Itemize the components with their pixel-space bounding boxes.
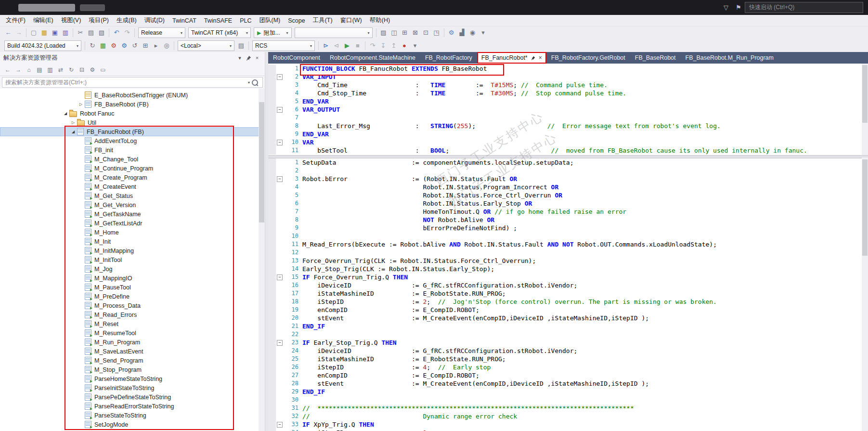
tree-item-m-run-program[interactable]: M_Run_Program: [0, 338, 265, 347]
new-project-icon[interactable]: ▢: [28, 28, 39, 38]
find-in-files-icon[interactable]: ▨: [378, 28, 389, 38]
quick-launch-input[interactable]: 快速启动 (Ctrl+Q): [745, 2, 863, 13]
code-text[interactable]: iDeviceID := G_fRC.stfRCConfiguration.st…: [302, 281, 868, 289]
code-text[interactable]: IF Force_Overrun_Trig.Q THEN: [302, 273, 868, 281]
forward-icon[interactable]: →: [13, 65, 23, 75]
code-text[interactable]: IF XpYp_Trig.Q THEN: [302, 420, 868, 429]
tree-item-parsereaderrorstatetostring[interactable]: ParseReadErrorStateToString: [0, 402, 265, 411]
tree-item-m-inittool[interactable]: M_InitTool: [0, 255, 265, 264]
tree-item-m-get-status[interactable]: M_Get_Status: [0, 191, 265, 200]
code-text[interactable]: // Dynamic range error check: [302, 412, 868, 420]
tree-item-m-home[interactable]: M_Home: [0, 228, 265, 237]
pin-icon[interactable]: [531, 56, 535, 60]
breakpoint-margin[interactable]: [268, 105, 276, 114]
code-text[interactable]: NOT Robot.bAlive OR: [302, 216, 868, 224]
breakpoint-margin[interactable]: [268, 167, 276, 175]
tab-fb-robotfactory-getrobot[interactable]: FB_RobotFactory.GetRobot: [546, 52, 630, 64]
code-text[interactable]: iStepID := 1;: [302, 429, 868, 431]
collapse-all-icon[interactable]: ⊟: [77, 65, 87, 75]
breakpoint-icon[interactable]: ●: [399, 41, 410, 51]
chart-icon[interactable]: ▟: [457, 28, 467, 38]
tree-item-robot-fanuc[interactable]: ◢Robot Fanuc: [0, 109, 265, 118]
options-icon[interactable]: ⚙: [446, 28, 457, 38]
breakpoint-margin[interactable]: [268, 199, 276, 208]
breakpoint-margin[interactable]: [268, 289, 276, 298]
code-text[interactable]: Robot.bError := (Robot.IN.Status.Fault O…: [302, 175, 868, 183]
target-browser-icon[interactable]: ▤: [236, 41, 246, 51]
tree-item-m-get-version[interactable]: M_Get_Version: [0, 200, 265, 209]
editor-split-bar[interactable]: [268, 155, 868, 158]
tree-item-m-gettaskname[interactable]: M_GetTaskName: [0, 209, 265, 219]
code-text[interactable]: HomeTonTimout.Q OR // if go home failed …: [302, 208, 868, 216]
tab-fb-robotfactory[interactable]: FB_RobotFactory: [420, 52, 477, 64]
breakpoint-margin[interactable]: [268, 306, 276, 314]
code-text[interactable]: END_VAR: [302, 97, 868, 105]
code-text[interactable]: IF Early_Stop_Trig.Q THEN: [302, 339, 868, 347]
implementation-pane[interactable]: 1SetupData := componentArguments.localSe…: [268, 157, 868, 431]
menu-edit[interactable]: 编辑(E): [29, 15, 57, 26]
attach-button[interactable]: ▶附加...▾: [254, 27, 292, 38]
tab-robotcomponent-statemachine[interactable]: RobotComponent.StateMachine: [325, 52, 420, 64]
build-version-combo[interactable]: Build 4024.32 (Loaded▾: [4, 40, 81, 51]
window-position-icon[interactable]: ▾: [235, 54, 244, 62]
code-text[interactable]: enCompID := E_CompID.ROBOT;: [302, 371, 868, 379]
menu-twincat[interactable]: TwinCAT: [168, 16, 200, 25]
code-text[interactable]: iStateMashineID := E_RobotState.RUN_PROG…: [302, 355, 868, 363]
immediate-window-icon[interactable]: ⊡: [421, 28, 431, 38]
nav-back-icon[interactable]: ←: [3, 28, 13, 38]
error-list-icon[interactable]: ⊠: [410, 28, 421, 38]
menu-window[interactable]: 窗口(W): [337, 15, 366, 26]
config-mode-icon[interactable]: ⚙: [119, 41, 130, 51]
feedback-icon[interactable]: ⚑: [732, 3, 745, 13]
breakpoint-margin[interactable]: [268, 183, 276, 191]
tree-item-setjogmode[interactable]: SetJogMode: [0, 420, 265, 429]
close-icon[interactable]: ×: [539, 54, 542, 61]
menu-debug[interactable]: 调试(D): [141, 15, 168, 26]
tree-item-parsestatetostring[interactable]: ParseStateToString: [0, 411, 265, 420]
team-explorer-icon[interactable]: ⊞: [400, 28, 410, 38]
collapse-arrow-icon[interactable]: ◢: [62, 111, 69, 116]
menu-view[interactable]: 视图(V): [57, 15, 85, 26]
refresh-icon[interactable]: ↻: [66, 65, 76, 75]
reload-devices-icon[interactable]: ↺: [130, 41, 140, 51]
expand-arrow-icon[interactable]: ▷: [69, 120, 77, 125]
breakpoint-margin[interactable]: [268, 265, 276, 273]
nav-forward-icon[interactable]: →: [13, 28, 24, 38]
fold-toggle-icon[interactable]: −: [277, 340, 283, 346]
search-input[interactable]: [2, 79, 248, 86]
tree-item-m-predefine[interactable]: M_PreDefine: [0, 292, 265, 301]
tree-item-util[interactable]: ▷Util: [0, 118, 265, 127]
code-text[interactable]: [302, 232, 868, 240]
tab-fb-fanucrobot[interactable]: FB_FanucRobot*×: [477, 52, 546, 64]
back-icon[interactable]: ←: [3, 65, 13, 75]
preview-selected-icon[interactable]: ▭: [98, 65, 108, 75]
menu-plc[interactable]: PLC: [236, 16, 255, 25]
breakpoint-margin[interactable]: [268, 232, 276, 240]
breakpoint-margin[interactable]: [268, 89, 276, 97]
step-out-icon[interactable]: ↥: [389, 41, 399, 51]
code-text[interactable]: VAR_INPUT: [302, 73, 868, 81]
breakpoint-margin[interactable]: [268, 388, 276, 396]
code-text[interactable]: iDeviceID := G_fRC.stfRCConfiguration.st…: [302, 347, 868, 355]
code-text[interactable]: [302, 330, 868, 339]
breakpoint-margin[interactable]: [268, 429, 276, 431]
menu-scope[interactable]: Scope: [284, 16, 309, 25]
tree-item-m-change-tool[interactable]: M_Change_Tool: [0, 155, 265, 164]
tree-item-m-jog[interactable]: M_Jog: [0, 264, 265, 274]
code-text[interactable]: Cmd_Time : TIME := T#15MS; // Command pu…: [302, 81, 868, 89]
tree-item-m-createevent[interactable]: M_CreateEvent: [0, 182, 265, 191]
free-run-icon[interactable]: ▸: [151, 41, 161, 51]
tree-scrollbar[interactable]: [259, 89, 265, 431]
tree-item-m-initmapping[interactable]: M_InitMapping: [0, 246, 265, 255]
breakpoint-margin[interactable]: [268, 130, 276, 138]
tree-item-m-reset[interactable]: M_Reset: [0, 319, 265, 328]
start-icon[interactable]: ▶: [342, 41, 352, 51]
close-icon[interactable]: ×: [253, 54, 261, 62]
paste-icon[interactable]: ▧: [96, 28, 107, 38]
tree-item-m-pausetool[interactable]: M_PauseTool: [0, 283, 265, 292]
extensions-icon[interactable]: ◳: [431, 28, 442, 38]
tree-item-m-send-program[interactable]: M_Send_Program: [0, 356, 265, 365]
breakpoint-margin[interactable]: [268, 281, 276, 289]
redo-icon[interactable]: ↷: [122, 28, 132, 38]
tree-item-m-read-errors[interactable]: M_Read_Errors: [0, 310, 265, 319]
